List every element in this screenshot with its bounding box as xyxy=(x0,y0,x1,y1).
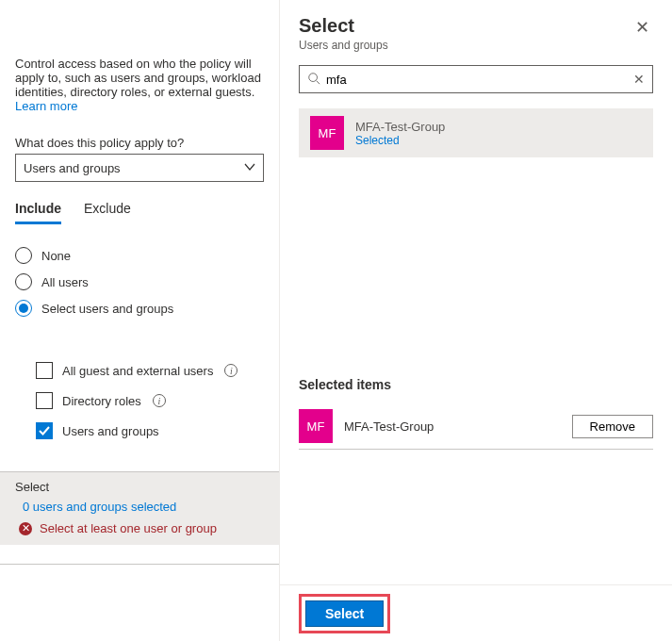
selected-item-name: MFA-Test-Group xyxy=(344,419,561,434)
selected-item-row: MF MFA-Test-Group Remove xyxy=(299,403,653,450)
apply-to-label: What does this policy apply to? xyxy=(15,136,264,150)
checkbox-guest-users[interactable] xyxy=(36,362,53,379)
avatar: MF xyxy=(299,409,333,443)
error-icon: ✕ xyxy=(19,522,32,535)
radio-select-users-label: Select users and groups xyxy=(41,302,173,316)
radio-none-label: None xyxy=(41,249,71,263)
close-icon[interactable]: ✕ xyxy=(631,15,653,40)
selection-header: Select xyxy=(15,480,264,494)
chevron-down-icon xyxy=(244,161,255,175)
select-button-highlight: Select xyxy=(299,594,390,633)
search-result-row[interactable]: MF MFA-Test-Group Selected xyxy=(299,108,653,157)
tab-include[interactable]: Include xyxy=(15,201,61,224)
result-name: MFA-Test-Group xyxy=(355,120,445,134)
result-status: Selected xyxy=(355,134,445,147)
policy-assignment-panel: Control access based on who the policy w… xyxy=(0,0,279,641)
policy-description: Control access based on who the policy w… xyxy=(15,57,264,99)
clear-icon[interactable]: ✕ xyxy=(633,72,645,87)
select-button[interactable]: Select xyxy=(305,600,384,627)
blade-footer: Select xyxy=(280,584,672,641)
select-blade: Select Users and groups ✕ ✕ MF MFA-Test-… xyxy=(279,0,672,641)
checkbox-directory-roles[interactable] xyxy=(36,392,53,409)
radio-all-users[interactable] xyxy=(15,273,32,290)
svg-point-0 xyxy=(309,73,318,81)
search-input-wrapper[interactable]: ✕ xyxy=(299,65,653,93)
apply-to-dropdown[interactable]: Users and groups xyxy=(15,154,264,182)
radio-select-users[interactable] xyxy=(15,300,32,317)
search-icon xyxy=(307,72,320,88)
include-exclude-tabs: Include Exclude xyxy=(15,201,264,224)
tab-exclude[interactable]: Exclude xyxy=(84,201,131,224)
blade-title: Select xyxy=(299,15,388,37)
selection-error-text: Select at least one user or group xyxy=(40,521,217,535)
radio-all-users-label: All users xyxy=(41,275,89,289)
svg-line-1 xyxy=(317,80,320,84)
search-input[interactable] xyxy=(320,72,645,88)
remove-button[interactable]: Remove xyxy=(572,415,653,438)
selection-summary: Select 0 users and groups selected ✕ Sel… xyxy=(0,471,279,545)
info-icon[interactable]: i xyxy=(224,364,238,377)
checkbox-users-groups[interactable] xyxy=(36,422,53,439)
selection-count-link[interactable]: 0 users and groups selected xyxy=(15,500,264,514)
checkbox-directory-roles-label: Directory roles xyxy=(62,394,141,408)
selected-items-header: Selected items xyxy=(299,377,653,392)
learn-more-link[interactable]: Learn more xyxy=(15,99,264,113)
divider xyxy=(0,564,279,565)
dropdown-value: Users and groups xyxy=(24,161,121,175)
selection-error: ✕ Select at least one user or group xyxy=(15,521,264,535)
radio-none[interactable] xyxy=(15,247,32,264)
avatar: MF xyxy=(310,116,344,150)
checkbox-guest-users-label: All guest and external users xyxy=(62,364,213,378)
info-icon[interactable]: i xyxy=(153,394,166,407)
checkbox-users-groups-label: Users and groups xyxy=(62,424,159,438)
blade-subtitle: Users and groups xyxy=(299,39,388,52)
